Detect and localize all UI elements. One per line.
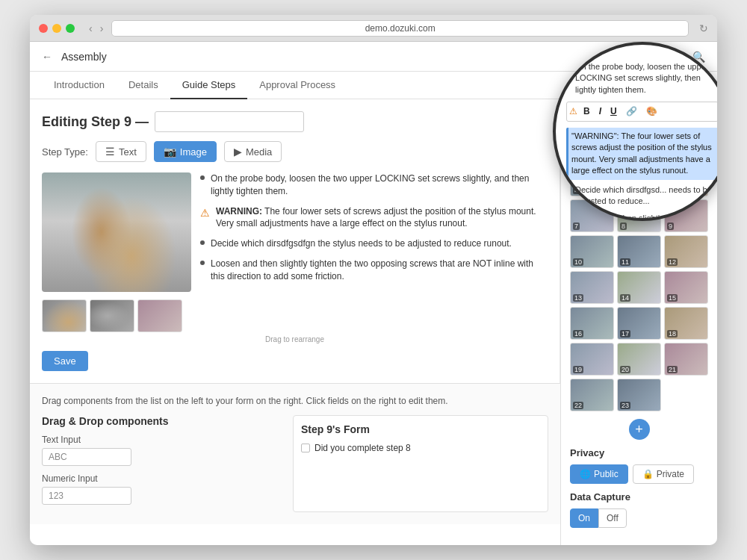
step-thumb-18[interactable]: 18 [664, 307, 708, 340]
text-type-icon: ☰ [105, 146, 115, 158]
url-text: demo.dozuki.com [365, 23, 436, 34]
data-capture-toggle: On Off [570, 508, 708, 528]
instruction-item-3: Loosen and then slightly tighten the two… [200, 258, 548, 283]
instruction-text-1: On the probe body, loosen the two upper … [211, 172, 548, 198]
step-type-label: Step Type: [42, 146, 88, 158]
tab-guide-steps[interactable]: Guide Steps [170, 72, 248, 99]
step-form-col: Step 9's Form Did you complete step 8 [293, 415, 548, 512]
step-thumb-22[interactable]: 22 [570, 379, 614, 411]
image-area: On the probe body, loosen the two upper … [42, 172, 548, 292]
drag-caption: Drag to rearrange [42, 335, 548, 343]
step-thumb-11[interactable]: 11 [617, 235, 661, 268]
add-step-button[interactable]: + [629, 419, 650, 440]
instruction-item-2: Decide which dirsdfgsdfgn the stylus nee… [200, 237, 548, 250]
private-label: Private [657, 469, 684, 479]
type-text-label: Text [119, 146, 137, 158]
checkbox-item-1: Did you complete step 8 [301, 443, 540, 453]
media-type-icon: ▶ [234, 146, 242, 158]
step-name-input[interactable] [155, 111, 304, 132]
text-input-label: Text Input [42, 435, 281, 445]
fullscreen-button[interactable] [66, 24, 75, 33]
refresh-button[interactable]: ↻ [699, 22, 708, 34]
step-thumb-17[interactable]: 17 [617, 307, 661, 340]
step-thumb-15[interactable]: 15 [664, 271, 708, 304]
app-content: ← Assembly View 🔍 Introduction Details G… [30, 42, 717, 545]
type-media-button[interactable]: ▶ Media [224, 141, 282, 162]
instruction-item-1: On the probe body, loosen the two upper … [200, 172, 548, 198]
zoom-bullet-text-1: On the probe body, loosen the upper LOCK… [575, 61, 717, 96]
browser-titlebar: ‹ › demo.dozuki.com ↻ [30, 15, 717, 42]
instruction-warning: ⚠ WARNING: The four lower sets of screws… [200, 205, 548, 231]
thumb-3[interactable] [137, 299, 182, 332]
step-thumb-21[interactable]: 21 [664, 343, 708, 376]
step-thumb-10[interactable]: 10 [570, 235, 614, 268]
step-type-row: Step Type: ☰ Text 📷 Image ▶ [42, 141, 548, 162]
bold-button[interactable]: B [580, 105, 593, 119]
dnd-description: Drag components from the list on the lef… [42, 396, 548, 406]
instruction-text-2: Decide which dirsdfgsdfgn the stylus nee… [211, 237, 512, 250]
forward-nav-arrow[interactable]: › [98, 22, 106, 34]
zoom-content: On the probe body, loosen the upper LOCK… [556, 45, 717, 218]
zoom-warning-icon: ⚠ [569, 105, 577, 118]
public-label: Public [594, 469, 619, 479]
step-thumb-16[interactable]: 16 [570, 307, 614, 340]
bullet-icon-2 [200, 240, 205, 245]
data-capture-off-button[interactable]: Off [598, 508, 627, 528]
dnd-left-title: Drag & Drop components [42, 415, 281, 427]
close-button[interactable] [39, 24, 48, 33]
text-input-field[interactable]: ABC [42, 448, 131, 466]
checkbox-input[interactable] [301, 444, 310, 452]
italic-button[interactable]: I [596, 105, 604, 119]
link-button[interactable]: 🔗 [623, 105, 640, 119]
warning-prefix: WARNING: [216, 206, 262, 217]
back-arrow[interactable]: ← [42, 51, 52, 63]
warning-icon: ⚠ [200, 206, 210, 231]
zoom-bullet-1: On the probe body, loosen the upper LOCK… [566, 61, 717, 96]
underline-button[interactable]: U [607, 105, 620, 119]
minimize-button[interactable] [52, 24, 61, 33]
numeric-input-field[interactable]: 123 [42, 487, 131, 505]
step-thumb-20[interactable]: 20 [617, 343, 661, 376]
color-button[interactable]: 🎨 [643, 105, 660, 119]
step-thumb-23[interactable]: 23 [617, 379, 661, 411]
step-thumb-19[interactable]: 19 [570, 343, 614, 376]
dnd-section: Drag components from the list on the lef… [30, 383, 560, 524]
thumb-1[interactable] [42, 299, 87, 332]
privacy-buttons: 🌐 Public 🔒 Private [570, 464, 708, 484]
zoom-toolbar: ⚠ B I U 🔗 🎨 [566, 102, 717, 122]
save-button[interactable]: Save [42, 351, 88, 371]
step-thumb-12[interactable]: 12 [664, 235, 708, 268]
dnd-left-col: Drag & Drop components Text Input ABC Nu… [42, 415, 281, 512]
private-button[interactable]: 🔒 Private [633, 464, 694, 484]
type-media-label: Media [246, 146, 272, 158]
tab-details[interactable]: Details [117, 72, 170, 99]
data-capture-label: Data Capture [570, 491, 708, 503]
data-capture-on-button[interactable]: On [570, 508, 598, 528]
privacy-section-label: Privacy [570, 447, 708, 458]
dnd-text-input-component: Text Input ABC [42, 435, 281, 466]
editor-scroll-area: Editing Step 9 — Step Type: ☰ Text 📷 [30, 99, 560, 545]
instructions-panel: On the probe body, loosen the two upper … [200, 172, 548, 292]
tab-introduction[interactable]: Introduction [42, 72, 117, 99]
bullet-icon [200, 175, 205, 180]
main-image [42, 172, 191, 292]
bullet-icon-3 [200, 261, 205, 265]
type-image-button[interactable]: 📷 Image [154, 141, 217, 162]
public-button[interactable]: 🌐 Public [570, 464, 628, 484]
thumbnail-strip [42, 299, 548, 332]
image-type-icon: 📷 [164, 146, 176, 158]
probe-image-display [42, 172, 191, 292]
back-nav-arrow[interactable]: ‹ [87, 22, 95, 34]
nav-arrows: ‹ › [87, 22, 105, 34]
step-thumb-14[interactable]: 14 [617, 271, 661, 304]
traffic-lights [39, 24, 75, 33]
type-image-label: Image [180, 146, 207, 158]
type-text-button[interactable]: ☰ Text [96, 141, 146, 162]
address-bar[interactable]: demo.dozuki.com [111, 20, 689, 37]
checkbox-label: Did you complete step 8 [314, 443, 411, 453]
thumb-2[interactable] [90, 299, 134, 332]
tab-approval-process[interactable]: Approval Process [247, 72, 347, 99]
browser-window: ‹ › demo.dozuki.com ↻ ← Assembly View 🔍 … [30, 15, 717, 545]
editor-panel: Editing Step 9 — Step Type: ☰ Text 📷 [30, 99, 560, 383]
step-thumb-13[interactable]: 13 [570, 271, 614, 304]
